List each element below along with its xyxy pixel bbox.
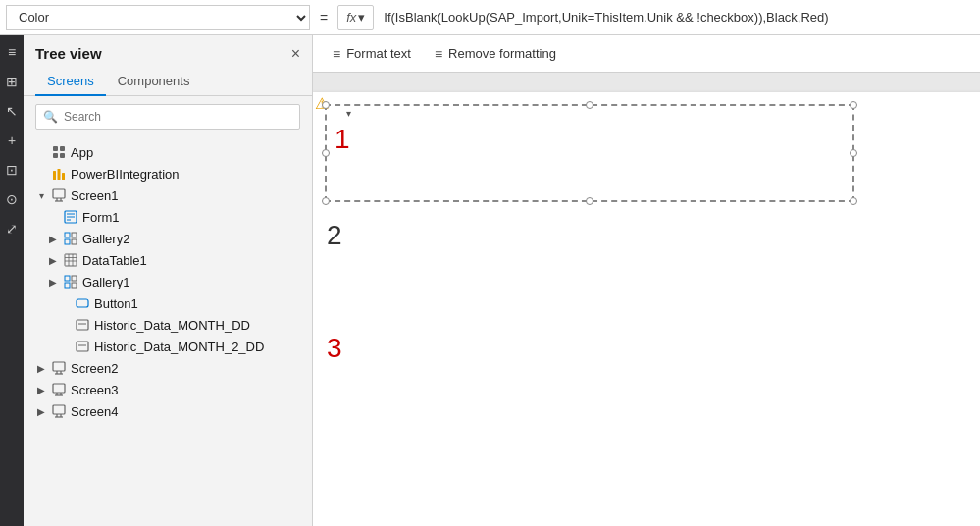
expand-arrow-screen3: ▶ — [35, 385, 47, 395]
svg-rect-3 — [60, 153, 65, 158]
search-wrapper: 🔍 — [35, 104, 300, 130]
gallery1-label: Gallery1 — [82, 275, 300, 289]
sidebar-expand-icon[interactable]: ⤢ — [1, 218, 23, 239]
resize-handle-ml[interactable] — [322, 149, 330, 157]
tree-title: Tree view — [35, 45, 102, 62]
screen4-icon — [51, 403, 67, 419]
svg-rect-24 — [65, 276, 70, 281]
svg-rect-37 — [53, 384, 65, 393]
tree-header: Tree view × — [24, 35, 312, 68]
screen1-label: Screen1 — [71, 188, 300, 203]
tree-close-button[interactable]: × — [291, 46, 300, 62]
resize-handle-bc[interactable] — [586, 197, 593, 205]
tree-item-powerbi[interactable]: PowerBIIntegration — [24, 163, 312, 184]
svg-rect-31 — [77, 342, 88, 351]
sidebar-cursor-icon[interactable]: ↖ — [1, 100, 23, 122]
svg-rect-28 — [77, 299, 88, 307]
tree-item-historic2[interactable]: Historic_Data_MONTH_2_DD — [24, 336, 312, 357]
expand-arrow-datatable1: ▶ — [47, 255, 59, 266]
property-selector[interactable]: Color — [6, 5, 310, 30]
tab-components[interactable]: Components — [106, 68, 202, 96]
canvas-area: ≡ Format text ≡ Remove formatting ⚠ ▾ 1 — [313, 35, 980, 526]
tree-item-historic1[interactable]: Historic_Data_MONTH_DD — [24, 314, 312, 336]
tree-item-form1[interactable]: Form1 — [24, 206, 312, 228]
expand-arrow-screen2: ▶ — [35, 363, 47, 374]
screen1-icon — [51, 187, 67, 203]
svg-rect-29 — [77, 320, 88, 330]
tab-screens[interactable]: Screens — [35, 68, 106, 96]
format-text-icon: ≡ — [333, 46, 340, 62]
button1-label: Button1 — [94, 296, 300, 311]
svg-rect-17 — [65, 239, 70, 244]
svg-rect-26 — [65, 283, 70, 288]
tree-item-app[interactable]: App — [24, 141, 312, 163]
remove-formatting-label: Remove formatting — [448, 46, 556, 61]
svg-rect-5 — [58, 169, 61, 180]
tree-item-datatable1[interactable]: ▶ DataTable1 — [24, 249, 312, 271]
app-label: App — [71, 145, 300, 160]
search-input[interactable] — [35, 104, 300, 130]
screen3-label: Screen3 — [71, 383, 300, 397]
format-text-label: Format text — [346, 46, 411, 61]
tree-item-screen4[interactable]: ▶ Screen4 — [24, 400, 312, 422]
selected-control[interactable]: ⚠ ▾ 1 — [325, 104, 854, 202]
resize-handle-mr[interactable] — [850, 149, 857, 157]
sidebar-data-icon[interactable]: ⊡ — [1, 159, 23, 181]
app-icon — [51, 144, 67, 160]
svg-rect-25 — [72, 276, 77, 281]
tree-tabs: Screens Components — [24, 68, 312, 96]
sidebar-settings-icon[interactable]: ⊙ — [1, 188, 23, 210]
historic2-label: Historic_Data_MONTH_2_DD — [94, 340, 300, 354]
label-1: 1 — [335, 124, 350, 155]
dropdown-arrow-fx: ▾ — [358, 10, 365, 25]
resize-handle-tr[interactable] — [850, 101, 857, 109]
equals-sign: = — [316, 10, 332, 26]
resize-handle-tc[interactable] — [586, 101, 593, 109]
svg-rect-4 — [53, 171, 56, 180]
resize-handle-bl[interactable] — [322, 197, 330, 205]
resize-handle-tl[interactable] — [322, 101, 330, 109]
expand-arrow-gallery2: ▶ — [47, 234, 59, 244]
powerbi-label: PowerBIIntegration — [71, 167, 300, 182]
expand-arrow-screen1: ▾ — [35, 190, 47, 201]
formula-bar: Color = fx ▾ — [0, 0, 980, 35]
remove-formatting-button[interactable]: ≡ Remove formatting — [423, 40, 568, 68]
expand-arrow-screen4: ▶ — [35, 406, 47, 417]
svg-rect-27 — [72, 283, 77, 288]
screen3-icon — [51, 382, 67, 397]
fx-icon: fx — [346, 10, 356, 25]
form1-icon — [63, 209, 78, 225]
svg-rect-6 — [62, 173, 65, 180]
svg-rect-33 — [53, 362, 65, 371]
svg-rect-41 — [53, 405, 65, 414]
screen4-label: Screen4 — [71, 404, 300, 419]
button1-icon — [75, 295, 90, 311]
svg-rect-1 — [60, 146, 65, 151]
fx-button[interactable]: fx ▾ — [337, 5, 374, 30]
format-text-button[interactable]: ≡ Format text — [321, 40, 423, 68]
tree-item-button1[interactable]: Button1 — [24, 292, 312, 314]
datatable1-icon — [63, 252, 78, 268]
tree-panel: Tree view × Screens Components 🔍 App — [24, 35, 313, 526]
svg-rect-19 — [65, 254, 77, 266]
tree-item-screen2[interactable]: ▶ Screen2 — [24, 357, 312, 379]
datatable1-label: DataTable1 — [82, 253, 300, 268]
sidebar-plus-icon[interactable]: + — [1, 130, 23, 151]
gallery2-icon — [63, 231, 78, 246]
formula-input[interactable] — [380, 5, 974, 30]
tree-item-gallery1[interactable]: ▶ Gallery1 — [24, 271, 312, 292]
tree-item-screen1[interactable]: ▾ Screen1 — [24, 184, 312, 206]
canvas-scroll[interactable]: ⚠ ▾ 1 2 3 — [313, 73, 980, 526]
icon-sidebar: ≡ ⊞ ↖ + ⊡ ⊙ ⤢ — [0, 35, 24, 526]
form1-label: Form1 — [82, 210, 300, 225]
resize-handle-br[interactable] — [850, 197, 857, 205]
tree-items: App PowerBIIntegration ▾ Screen1 — [24, 137, 312, 526]
svg-rect-16 — [72, 233, 77, 237]
screen2-icon — [51, 360, 67, 376]
historic1-icon — [75, 317, 90, 333]
svg-rect-7 — [53, 189, 65, 198]
tree-item-screen3[interactable]: ▶ Screen3 — [24, 379, 312, 400]
sidebar-grid-icon[interactable]: ⊞ — [1, 71, 23, 92]
sidebar-menu-icon[interactable]: ≡ — [1, 41, 23, 63]
tree-item-gallery2[interactable]: ▶ Gallery2 — [24, 228, 312, 249]
